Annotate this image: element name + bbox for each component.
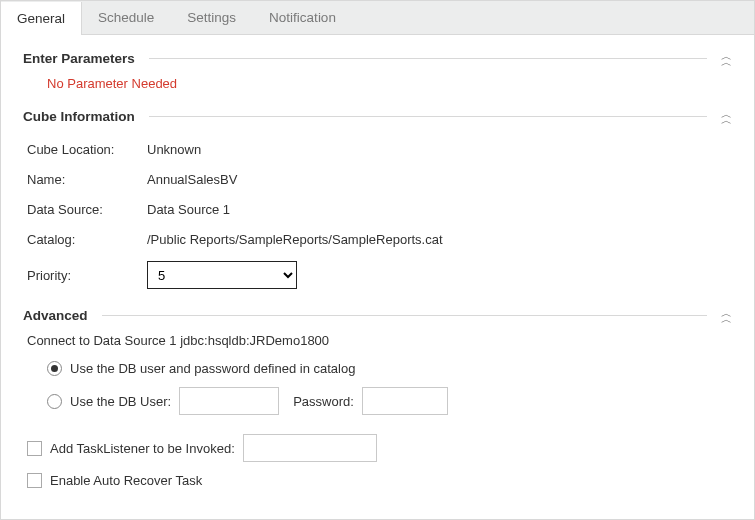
- section-parameters-title: Enter Parameters: [23, 51, 135, 66]
- collapse-icon[interactable]: ︿︿: [721, 53, 732, 65]
- section-parameters: Enter Parameters ︿︿ No Parameter Needed: [23, 51, 732, 91]
- radio-use-catalog-label: Use the DB user and password defined in …: [70, 361, 355, 376]
- row-tasklistener: Add TaskListener to be Invoked:: [27, 433, 732, 463]
- advanced-body: Connect to Data Source 1 jdbc:hsqldb:JRD…: [23, 333, 732, 495]
- password-label: Password:: [293, 394, 354, 409]
- tasklistener-input[interactable]: [243, 434, 377, 462]
- label-cube-name: Name:: [27, 172, 147, 187]
- section-cube-info: Cube Information ︿︿ Cube Location: Unkno…: [23, 109, 732, 290]
- no-parameter-note: No Parameter Needed: [23, 76, 732, 91]
- value-cube-catalog: /Public Reports/SampleReports/SampleRepo…: [147, 232, 443, 247]
- tab-notification[interactable]: Notification: [253, 1, 353, 34]
- tab-schedule[interactable]: Schedule: [82, 1, 171, 34]
- label-cube-datasource: Data Source:: [27, 202, 147, 217]
- db-password-input[interactable]: [362, 387, 448, 415]
- collapse-icon[interactable]: ︿︿: [721, 310, 732, 322]
- row-cube-catalog: Catalog: /Public Reports/SampleReports/S…: [27, 224, 732, 254]
- radio-row-catalog: Use the DB user and password defined in …: [47, 354, 732, 382]
- checkbox-tasklistener[interactable]: [27, 441, 42, 456]
- label-cube-catalog: Catalog:: [27, 232, 147, 247]
- section-cube-header: Cube Information ︿︿: [23, 109, 732, 124]
- divider: [102, 315, 707, 316]
- radio-row-user: Use the DB User: Password:: [47, 387, 732, 415]
- row-cube-name: Name: AnnualSalesBV: [27, 164, 732, 194]
- value-cube-name: AnnualSalesBV: [147, 172, 237, 187]
- general-tab-panel: General Schedule Settings Notification E…: [0, 0, 755, 520]
- tab-general[interactable]: General: [1, 2, 82, 35]
- cube-info-grid: Cube Location: Unknown Name: AnnualSales…: [23, 134, 732, 290]
- content-area: Enter Parameters ︿︿ No Parameter Needed …: [1, 35, 754, 515]
- label-cube-priority: Priority:: [27, 268, 147, 283]
- label-auto-recover: Enable Auto Recover Task: [50, 473, 202, 488]
- section-parameters-header: Enter Parameters ︿︿: [23, 51, 732, 66]
- radio-use-dbuser-label: Use the DB User:: [70, 394, 171, 409]
- priority-select[interactable]: 5: [147, 261, 297, 289]
- row-cube-priority: Priority: 5: [27, 260, 732, 290]
- row-auto-recover: Enable Auto Recover Task: [27, 465, 732, 495]
- tab-bar: General Schedule Settings Notification: [1, 1, 754, 35]
- db-user-input[interactable]: [179, 387, 279, 415]
- label-cube-location: Cube Location:: [27, 142, 147, 157]
- tab-settings[interactable]: Settings: [171, 1, 253, 34]
- section-advanced-title: Advanced: [23, 308, 88, 323]
- divider: [149, 116, 707, 117]
- row-cube-location: Cube Location: Unknown: [27, 134, 732, 164]
- section-cube-title: Cube Information: [23, 109, 135, 124]
- value-cube-datasource: Data Source 1: [147, 202, 230, 217]
- divider: [149, 58, 707, 59]
- section-advanced: Advanced ︿︿ Connect to Data Source 1 jdb…: [23, 308, 732, 495]
- checkbox-auto-recover[interactable]: [27, 473, 42, 488]
- radio-use-catalog[interactable]: [47, 361, 62, 376]
- row-cube-datasource: Data Source: Data Source 1: [27, 194, 732, 224]
- connect-line: Connect to Data Source 1 jdbc:hsqldb:JRD…: [27, 333, 732, 348]
- value-cube-location: Unknown: [147, 142, 201, 157]
- radio-use-dbuser[interactable]: [47, 394, 62, 409]
- label-tasklistener: Add TaskListener to be Invoked:: [50, 441, 235, 456]
- section-advanced-header: Advanced ︿︿: [23, 308, 732, 323]
- collapse-icon[interactable]: ︿︿: [721, 111, 732, 123]
